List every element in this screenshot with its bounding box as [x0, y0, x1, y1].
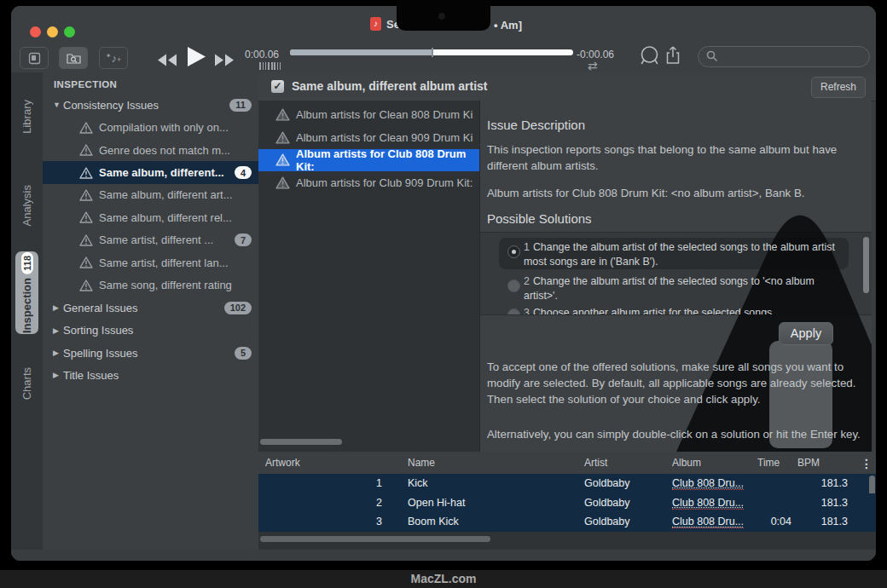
song-index: 1 — [339, 477, 382, 489]
solution-number: 2 — [524, 275, 530, 287]
issue-header-bar: ✓ Same album, different album artist Ref… — [258, 72, 876, 101]
sidebar-item-same-artist-diff[interactable]: Same artist, different ... 7 — [43, 229, 258, 251]
songs-table: Artwork Name Artist Album Time BPM ⋮ 1 K… — [258, 452, 876, 550]
disclosure-closed-icon[interactable]: ▶ — [53, 371, 63, 379]
apply-button[interactable]: Apply — [779, 322, 833, 345]
song-artist: Goldbaby — [584, 497, 630, 509]
song-row-open-hihat[interactable]: 2 Open Hi-hat Goldbaby Club 808 Dru... 1… — [258, 493, 876, 513]
solution-1-radio[interactable] — [507, 245, 520, 258]
col-album[interactable]: Album — [672, 457, 701, 469]
screen: ♪ Se • Am] ✦♪+ — [0, 0, 887, 588]
issue-item-clean-808[interactable]: Album artists for Clean 808 Drum Ki — [258, 103, 479, 126]
tab-charts-label: Charts — [20, 367, 33, 400]
warning-icon — [275, 131, 290, 144]
song-album: Club 808 Dru... — [672, 477, 744, 489]
minimize-window-button[interactable] — [47, 26, 58, 37]
sidebar-group-label: General Issues — [63, 302, 137, 314]
solution-2-radio[interactable] — [507, 280, 520, 292]
zoom-window-button[interactable] — [64, 26, 75, 37]
col-time[interactable]: Time — [757, 457, 780, 469]
sidebar-item-same-album-diff-art[interactable]: Same album, different art... — [43, 184, 258, 206]
col-bpm[interactable]: BPM — [797, 457, 820, 469]
disclosure-closed-icon[interactable]: ▶ — [53, 326, 63, 335]
count-badge: 11 — [229, 99, 252, 112]
window-title-left: ♪ Se — [370, 17, 400, 31]
sidebar-item-label: Same album, different rel... — [99, 211, 232, 224]
sidebar-group-general-issues[interactable]: ▶ General Issues 102 — [43, 297, 258, 319]
sidebar-group-spelling-issues[interactable]: ▶ Spelling Issues 5 — [43, 342, 258, 364]
sidebar-group-label: Consistency Issues — [63, 99, 159, 112]
solution-2[interactable]: 2Change the album artist of the selected… — [524, 274, 851, 303]
music-note-add-icon: ✦♪+ — [106, 52, 121, 65]
song-album: Club 808 Dru... — [672, 497, 744, 509]
table-hscrollbar[interactable] — [260, 536, 490, 542]
search-input[interactable] — [722, 48, 862, 66]
disclosure-closed-icon[interactable]: ▶ — [53, 303, 63, 312]
repeat-icon[interactable]: ⇄ — [588, 60, 598, 72]
col-artwork[interactable]: Artwork — [265, 457, 300, 469]
table-options-icon[interactable]: ⋮ — [861, 457, 873, 470]
sidebar-item-label: Same artist, different ... — [99, 233, 213, 246]
preview-listen-button[interactable] — [638, 44, 661, 71]
tab-inspection[interactable]: 118 Inspection — [15, 251, 38, 334]
sidebar-group-sorting-issues[interactable]: ▶ Sorting Issues — [43, 319, 258, 341]
search-field[interactable] — [698, 46, 870, 67]
disclosure-closed-icon[interactable]: ▶ — [53, 349, 63, 357]
song-row-kick[interactable]: 1 Kick Goldbaby Club 808 Dru... 181.3 — [258, 474, 876, 493]
progress-fill — [290, 49, 432, 55]
rewind-button[interactable] — [156, 53, 177, 71]
sidebar-item-genre-mismatch[interactable]: Genre does not match m... — [43, 139, 258, 161]
songs-table-header: Artwork Name Artist Album Time BPM ⋮ — [258, 452, 876, 474]
play-button[interactable] — [184, 45, 207, 72]
browse-library-button[interactable] — [59, 47, 88, 69]
count-badge: 4 — [235, 166, 252, 179]
sidebar-group-title-issues[interactable]: ▶ Title Issues — [43, 364, 258, 386]
description-detail: Album artists for Club 808 Drum Kit: <no… — [487, 185, 869, 201]
warning-icon — [79, 257, 93, 268]
playback-progress-bar[interactable] — [290, 49, 573, 55]
issue-item-clean-909[interactable]: Album artists for Clean 909 Drum Ki — [258, 126, 479, 149]
sidebar-group-consistency-issues[interactable]: ▼ Consistency Issues 11 — [43, 94, 258, 116]
disclosure-open-icon[interactable]: ▼ — [53, 101, 63, 109]
issue-detail-panel: Issue Description This inspection report… — [480, 101, 872, 452]
app-window: ♪ Se • Am] ✦♪+ — [11, 6, 876, 561]
folder-search-icon — [67, 52, 81, 64]
inspection-sidebar: INSPECTION ▼ Consistency Issues 11 Compi… — [43, 72, 259, 561]
tab-analysis[interactable]: Analysis — [11, 175, 43, 236]
col-artist[interactable]: Artist — [584, 457, 607, 469]
song-name: Kick — [408, 477, 428, 489]
sidebar-item-compilation[interactable]: Compilation with only on... — [43, 116, 258, 138]
show-editor-button[interactable] — [20, 47, 49, 69]
sidebar-item-label: Same artist, different lan... — [99, 257, 229, 269]
tab-library[interactable]: Library — [11, 87, 43, 147]
solution-3[interactable]: 3Choose another album artist for the sel… — [524, 306, 851, 315]
warning-icon — [79, 211, 93, 223]
solution-1[interactable]: 1Change the album artist of the selected… — [524, 240, 851, 268]
issue-list-hscrollbar[interactable] — [260, 439, 342, 445]
playhead-marker[interactable] — [432, 48, 433, 57]
close-window-button[interactable] — [30, 26, 41, 37]
solution-3-radio[interactable] — [507, 308, 520, 315]
issue-enabled-checkbox[interactable]: ✓ — [271, 80, 284, 93]
song-row-boom-kick[interactable]: 3 Boom Kick Goldbaby Club 808 Dru... 0:0… — [258, 512, 876, 532]
time-elapsed: 0:00.06 — [245, 49, 279, 61]
new-track-button[interactable]: ✦♪+ — [99, 47, 128, 69]
sidebar-item-same-album-diff-release[interactable]: Same album, different rel... — [43, 206, 258, 228]
sidebar-item-same-artist-diff-lang[interactable]: Same artist, different lan... — [43, 251, 258, 274]
fast-forward-button[interactable] — [214, 53, 235, 71]
solutions-scrollbar[interactable] — [863, 237, 869, 293]
refresh-button[interactable]: Refresh — [811, 77, 866, 98]
sidebar-header: INSPECTION — [54, 79, 117, 89]
issue-item-club-909[interactable]: Album artists for Club 909 Drum Kit: — [258, 171, 479, 194]
sidebar-item-same-album-diff-artist[interactable]: Same album, different... 4 — [43, 161, 258, 183]
sidebar-rows: ▼ Consistency Issues 11 Compilation with… — [43, 94, 258, 387]
camera-dot — [438, 13, 445, 20]
sidebar-item-same-song-diff-rating[interactable]: Same song, different rating — [43, 274, 258, 297]
issue-title: Same album, different album artist — [292, 79, 488, 93]
col-name[interactable]: Name — [408, 457, 435, 469]
issue-item-club-808[interactable]: Album artists for Club 808 Drum Kit: — [258, 149, 479, 172]
count-badge: 102 — [224, 302, 252, 314]
tab-charts[interactable]: Charts — [11, 355, 43, 412]
song-name: Boom Kick — [408, 516, 459, 527]
share-button[interactable] — [664, 44, 681, 69]
